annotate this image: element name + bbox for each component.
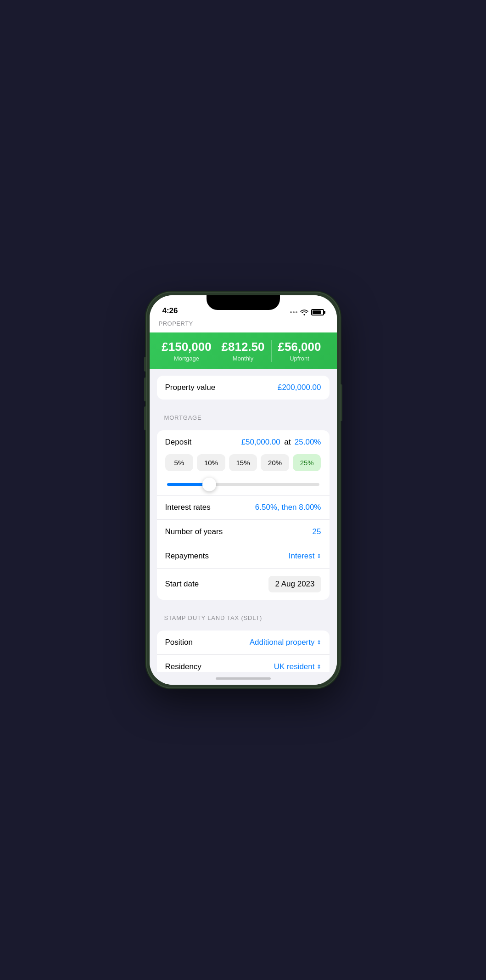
deposit-percent: 25.00% <box>295 438 321 446</box>
position-row[interactable]: Position Additional property ⇕ <box>157 631 330 655</box>
mortgage-label: Mortgage <box>159 355 215 362</box>
scroll-content[interactable]: Property value £200,000.00 MORTGAGE Depo… <box>150 369 337 672</box>
interest-rates-label: Interest rates <box>165 503 211 512</box>
deposit-amount: £50,000.00 <box>241 438 280 446</box>
slider-thumb[interactable] <box>202 478 216 491</box>
position-label: Position <box>165 638 193 647</box>
home-indicator <box>150 672 337 685</box>
signal-icon <box>290 311 297 313</box>
property-value-card: Property value £200,000.00 <box>157 376 330 400</box>
interest-rates-row[interactable]: Interest rates 6.50%, then 8.00% <box>157 496 330 520</box>
deposit-header: Deposit £50,000.00 at 25.00% <box>165 438 321 447</box>
repayments-label: Repayments <box>165 552 209 561</box>
percent-btn-10[interactable]: 10% <box>197 454 225 471</box>
notch <box>207 295 280 310</box>
mortgage-card: Deposit £50,000.00 at 25.00% 5% 10% 15% … <box>157 430 330 600</box>
summary-bar: £150,000 Mortgage £812.50 Monthly £56,00… <box>150 332 337 369</box>
repayments-value-text: Interest <box>289 552 315 561</box>
volume-down-button <box>144 406 146 430</box>
position-chevron-icon: ⇕ <box>317 639 321 646</box>
start-date-label: Start date <box>165 580 199 589</box>
volume-silent-button <box>144 357 146 372</box>
volume-up-button <box>144 377 146 401</box>
start-date-row[interactable]: Start date 2 Aug 2023 <box>157 569 330 600</box>
residency-label: Residency <box>165 662 201 671</box>
percent-btn-20[interactable]: 20% <box>261 454 289 471</box>
wifi-icon <box>300 309 308 315</box>
number-of-years-row[interactable]: Number of years 25 <box>157 520 330 544</box>
slider-track <box>167 483 319 486</box>
summary-upfront: £56,000 Upfront <box>271 340 328 362</box>
property-value-label: Property value <box>165 383 216 392</box>
deposit-section: Deposit £50,000.00 at 25.00% 5% 10% 15% … <box>157 430 330 496</box>
number-of-years-value: 25 <box>313 527 321 536</box>
home-bar <box>216 677 271 680</box>
residency-value-text: UK resident <box>274 662 315 671</box>
percent-btn-15[interactable]: 15% <box>229 454 257 471</box>
deposit-slider[interactable] <box>165 479 321 495</box>
start-date-button[interactable]: 2 Aug 2023 <box>268 576 321 592</box>
residency-value[interactable]: UK resident ⇕ <box>274 662 321 671</box>
phone-screen: 4:26 PROPERTY £150,000 <box>150 295 337 685</box>
mortgage-amount: £150,000 <box>159 340 215 354</box>
mortgage-section-header: MORTGAGE <box>150 406 337 424</box>
battery-icon <box>311 309 324 315</box>
percent-btn-25[interactable]: 25% <box>293 454 321 471</box>
summary-mortgage: £150,000 Mortgage <box>159 340 215 362</box>
page-header: PROPERTY <box>150 318 337 332</box>
deposit-at-text: at <box>284 438 290 446</box>
power-button <box>341 384 342 421</box>
upfront-amount: £56,000 <box>272 340 328 354</box>
phone-frame: 4:26 PROPERTY £150,000 <box>147 293 340 687</box>
residency-chevron-icon: ⇕ <box>317 664 321 670</box>
position-value[interactable]: Additional property ⇕ <box>250 638 321 647</box>
deposit-label: Deposit <box>165 438 192 447</box>
property-value-value: £200,000.00 <box>278 383 321 392</box>
percent-btn-5[interactable]: 5% <box>165 454 194 471</box>
repayments-chevron-icon: ⇕ <box>317 553 321 559</box>
position-value-text: Additional property <box>250 638 315 647</box>
monthly-label: Monthly <box>215 355 271 362</box>
sdlt-section-header: STAMP DUTY LAND TAX (SDLT) <box>150 606 337 624</box>
page-title: PROPERTY <box>159 320 328 327</box>
number-of-years-label: Number of years <box>165 527 223 536</box>
status-time: 4:26 <box>162 306 178 315</box>
summary-monthly: £812.50 Monthly <box>215 340 271 362</box>
interest-rates-value: 6.50%, then 8.00% <box>255 503 321 512</box>
residency-row[interactable]: Residency UK resident ⇕ <box>157 655 330 672</box>
upfront-label: Upfront <box>272 355 328 362</box>
repayments-value[interactable]: Interest ⇕ <box>289 552 321 561</box>
sdlt-card: Position Additional property ⇕ Residency… <box>157 631 330 672</box>
property-value-row[interactable]: Property value £200,000.00 <box>157 376 330 400</box>
percent-buttons-group: 5% 10% 15% 20% 25% <box>165 454 321 471</box>
deposit-value-group: £50,000.00 at 25.00% <box>241 438 321 447</box>
monthly-amount: £812.50 <box>215 340 271 354</box>
repayments-row[interactable]: Repayments Interest ⇕ <box>157 544 330 569</box>
status-icons <box>290 309 324 315</box>
